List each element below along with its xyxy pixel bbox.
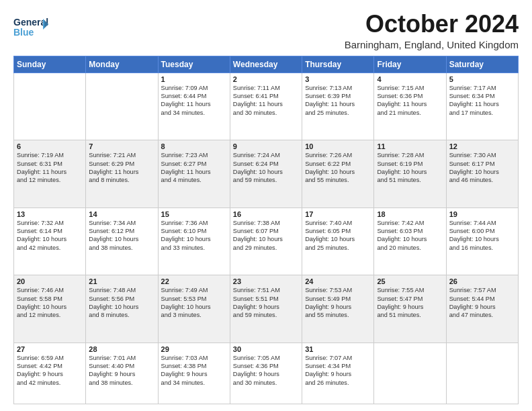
day-info: Sunrise: 7:01 AM Sunset: 4:40 PM Dayligh…	[89, 354, 154, 387]
calendar-week-row: 6Sunrise: 7:19 AM Sunset: 6:31 PM Daylig…	[14, 140, 519, 208]
day-number: 20	[17, 277, 83, 285]
calendar-cell	[374, 342, 446, 404]
day-number: 4	[377, 75, 443, 83]
logo-icon: General Blue	[13, 13, 48, 43]
day-number: 28	[89, 345, 154, 353]
day-info: Sunrise: 7:05 AM Sunset: 4:36 PM Dayligh…	[233, 354, 299, 387]
calendar-cell: 25Sunrise: 7:55 AM Sunset: 5:47 PM Dayli…	[374, 275, 446, 343]
day-number: 16	[233, 210, 299, 218]
calendar-cell: 30Sunrise: 7:05 AM Sunset: 4:36 PM Dayli…	[230, 342, 302, 404]
day-number: 21	[89, 277, 154, 285]
day-info: Sunrise: 7:03 AM Sunset: 4:38 PM Dayligh…	[161, 354, 227, 387]
day-number: 11	[377, 142, 443, 150]
day-info: Sunrise: 7:42 AM Sunset: 6:03 PM Dayligh…	[377, 219, 443, 253]
day-info: Sunrise: 7:23 AM Sunset: 6:27 PM Dayligh…	[161, 151, 227, 185]
calendar-cell: 29Sunrise: 7:03 AM Sunset: 4:38 PM Dayli…	[158, 342, 230, 404]
calendar-cell: 9Sunrise: 7:24 AM Sunset: 6:24 PM Daylig…	[230, 140, 302, 208]
day-info: Sunrise: 7:28 AM Sunset: 6:19 PM Dayligh…	[377, 151, 443, 185]
calendar-cell: 23Sunrise: 7:51 AM Sunset: 5:51 PM Dayli…	[230, 275, 302, 343]
weekday-header-wednesday: Wednesday	[230, 56, 302, 73]
calendar-week-row: 27Sunrise: 6:59 AM Sunset: 4:42 PM Dayli…	[14, 342, 519, 404]
calendar-cell: 2Sunrise: 7:11 AM Sunset: 6:41 PM Daylig…	[230, 73, 302, 140]
day-number: 19	[449, 210, 515, 218]
weekday-header-monday: Monday	[86, 56, 158, 73]
day-info: Sunrise: 7:11 AM Sunset: 6:41 PM Dayligh…	[233, 84, 299, 118]
day-info: Sunrise: 7:55 AM Sunset: 5:47 PM Dayligh…	[377, 286, 443, 320]
calendar-cell: 10Sunrise: 7:26 AM Sunset: 6:22 PM Dayli…	[302, 140, 374, 208]
day-info: Sunrise: 7:13 AM Sunset: 6:39 PM Dayligh…	[305, 84, 371, 118]
day-number: 12	[449, 142, 515, 150]
day-info: Sunrise: 7:44 AM Sunset: 6:00 PM Dayligh…	[449, 219, 515, 253]
calendar-cell: 15Sunrise: 7:36 AM Sunset: 6:10 PM Dayli…	[158, 208, 230, 275]
weekday-header-row: SundayMondayTuesdayWednesdayThursdayFrid…	[14, 56, 519, 73]
day-info: Sunrise: 6:59 AM Sunset: 4:42 PM Dayligh…	[17, 354, 83, 387]
day-number: 23	[233, 277, 299, 285]
day-number: 25	[377, 277, 443, 285]
calendar-cell: 28Sunrise: 7:01 AM Sunset: 4:40 PM Dayli…	[86, 342, 158, 404]
calendar-cell: 24Sunrise: 7:53 AM Sunset: 5:49 PM Dayli…	[302, 275, 374, 343]
page: General Blue October 2024 Barningham, En…	[0, 0, 532, 411]
day-number: 8	[161, 142, 227, 150]
calendar-week-row: 13Sunrise: 7:32 AM Sunset: 6:14 PM Dayli…	[14, 208, 519, 275]
day-number: 29	[161, 345, 227, 353]
day-info: Sunrise: 7:57 AM Sunset: 5:44 PM Dayligh…	[449, 286, 515, 320]
calendar-cell: 8Sunrise: 7:23 AM Sunset: 6:27 PM Daylig…	[158, 140, 230, 208]
calendar-cell: 17Sunrise: 7:40 AM Sunset: 6:05 PM Dayli…	[302, 208, 374, 275]
day-info: Sunrise: 7:17 AM Sunset: 6:34 PM Dayligh…	[449, 84, 515, 118]
day-number: 26	[449, 277, 515, 285]
day-info: Sunrise: 7:49 AM Sunset: 5:53 PM Dayligh…	[161, 286, 227, 320]
day-info: Sunrise: 7:26 AM Sunset: 6:22 PM Dayligh…	[305, 151, 371, 185]
day-number: 27	[17, 345, 83, 353]
day-number: 3	[305, 75, 371, 83]
calendar-cell: 11Sunrise: 7:28 AM Sunset: 6:19 PM Dayli…	[374, 140, 446, 208]
location: Barningham, England, United Kingdom	[345, 39, 519, 50]
calendar-cell: 22Sunrise: 7:49 AM Sunset: 5:53 PM Dayli…	[158, 275, 230, 343]
day-number: 5	[449, 75, 515, 83]
calendar-cell: 20Sunrise: 7:46 AM Sunset: 5:58 PM Dayli…	[14, 275, 86, 343]
day-number: 10	[305, 142, 371, 150]
day-number: 9	[233, 142, 299, 150]
weekday-header-thursday: Thursday	[302, 56, 374, 73]
day-info: Sunrise: 7:15 AM Sunset: 6:36 PM Dayligh…	[377, 84, 443, 118]
day-number: 1	[161, 75, 227, 83]
logo: General Blue	[13, 13, 48, 46]
title-block: October 2024 Barningham, England, United…	[345, 11, 519, 50]
calendar-cell: 16Sunrise: 7:38 AM Sunset: 6:07 PM Dayli…	[230, 208, 302, 275]
calendar-cell	[86, 73, 158, 140]
day-info: Sunrise: 7:09 AM Sunset: 6:44 PM Dayligh…	[161, 84, 227, 118]
calendar-cell: 5Sunrise: 7:17 AM Sunset: 6:34 PM Daylig…	[446, 73, 518, 140]
month-title: October 2024	[345, 11, 519, 38]
calendar-cell: 6Sunrise: 7:19 AM Sunset: 6:31 PM Daylig…	[14, 140, 86, 208]
day-number: 18	[377, 210, 443, 218]
day-info: Sunrise: 7:46 AM Sunset: 5:58 PM Dayligh…	[17, 286, 83, 320]
calendar-cell: 12Sunrise: 7:30 AM Sunset: 6:17 PM Dayli…	[446, 140, 518, 208]
calendar-cell: 7Sunrise: 7:21 AM Sunset: 6:29 PM Daylig…	[86, 140, 158, 208]
day-number: 15	[161, 210, 227, 218]
day-info: Sunrise: 7:36 AM Sunset: 6:10 PM Dayligh…	[161, 219, 227, 253]
calendar-cell: 27Sunrise: 6:59 AM Sunset: 4:42 PM Dayli…	[14, 342, 86, 404]
calendar-week-row: 20Sunrise: 7:46 AM Sunset: 5:58 PM Dayli…	[14, 275, 519, 343]
calendar-week-row: 1Sunrise: 7:09 AM Sunset: 6:44 PM Daylig…	[14, 73, 519, 140]
day-info: Sunrise: 7:07 AM Sunset: 4:34 PM Dayligh…	[305, 354, 371, 387]
calendar-cell	[14, 73, 86, 140]
weekday-header-sunday: Sunday	[14, 56, 86, 73]
day-info: Sunrise: 7:21 AM Sunset: 6:29 PM Dayligh…	[89, 151, 154, 185]
day-number: 13	[17, 210, 83, 218]
day-number: 24	[305, 277, 371, 285]
calendar-table: SundayMondayTuesdayWednesdayThursdayFrid…	[13, 56, 519, 404]
day-info: Sunrise: 7:40 AM Sunset: 6:05 PM Dayligh…	[305, 219, 371, 253]
day-info: Sunrise: 7:24 AM Sunset: 6:24 PM Dayligh…	[233, 151, 299, 185]
day-number: 14	[89, 210, 154, 218]
calendar-cell: 1Sunrise: 7:09 AM Sunset: 6:44 PM Daylig…	[158, 73, 230, 140]
day-number: 2	[233, 75, 299, 83]
day-info: Sunrise: 7:51 AM Sunset: 5:51 PM Dayligh…	[233, 286, 299, 320]
day-number: 7	[89, 142, 154, 150]
day-info: Sunrise: 7:48 AM Sunset: 5:56 PM Dayligh…	[89, 286, 154, 320]
day-number: 22	[161, 277, 227, 285]
weekday-header-tuesday: Tuesday	[158, 56, 230, 73]
calendar-cell: 13Sunrise: 7:32 AM Sunset: 6:14 PM Dayli…	[14, 208, 86, 275]
day-number: 17	[305, 210, 371, 218]
calendar-cell: 4Sunrise: 7:15 AM Sunset: 6:36 PM Daylig…	[374, 73, 446, 140]
calendar-cell	[446, 342, 518, 404]
weekday-header-friday: Friday	[374, 56, 446, 73]
